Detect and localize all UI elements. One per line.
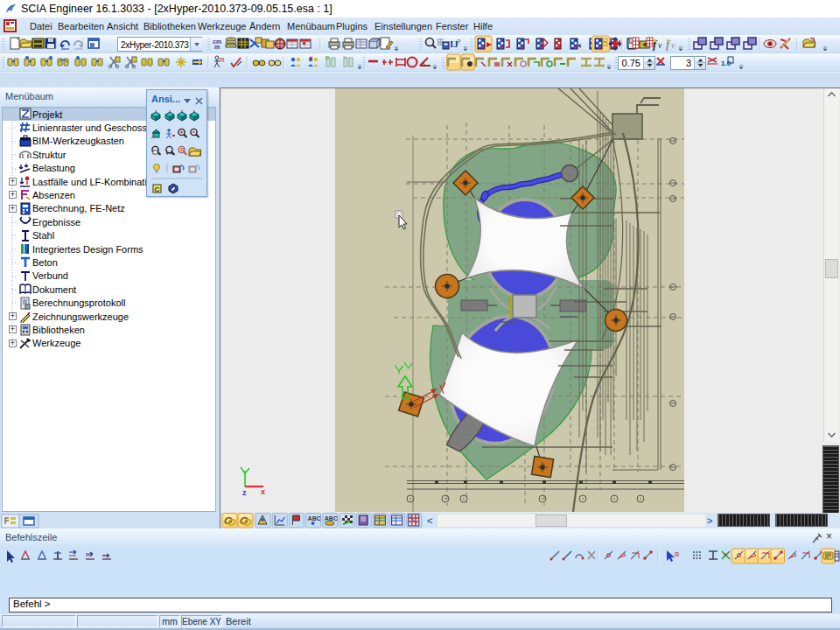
svg-text:ABC: ABC (308, 515, 321, 522)
svg-text:R: R (180, 147, 185, 153)
svg-text:C: C (155, 186, 160, 193)
svg-text:z: z (242, 488, 247, 497)
svg-text:B: B (675, 550, 679, 558)
svg-text:m: m (214, 44, 220, 50)
svg-text:x: x (261, 487, 265, 496)
svg-text:v: v (658, 40, 662, 50)
svg-text:<: < (427, 515, 432, 526)
svg-text:?: ? (457, 38, 461, 46)
svg-text:ABC: ABC (325, 515, 338, 522)
svg-text:R: R (220, 56, 225, 64)
svg-text:>: > (707, 515, 712, 526)
svg-text:v: v (671, 40, 676, 50)
